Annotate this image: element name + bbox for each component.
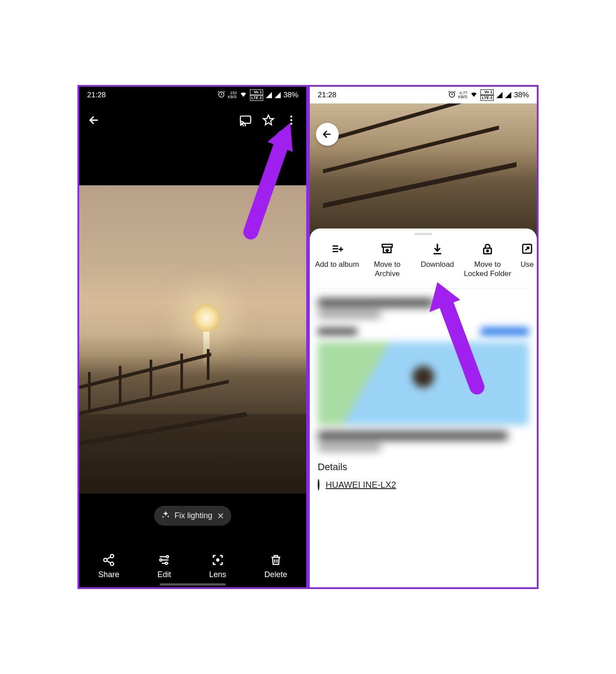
back-button[interactable] [316,123,339,146]
device-info-row[interactable]: HUAWEI INE-LX2 [318,480,529,490]
signal-1-icon [266,92,272,98]
svg-point-5 [290,123,293,125]
lens-button[interactable]: Lens [209,553,226,579]
home-indicator [160,583,226,586]
delete-button[interactable]: Delete [264,553,287,579]
svg-point-6 [110,555,114,558]
screenshot-left: 21:28 233KB/S Vo 1 LTE 2 38% [77,85,308,589]
date-caption-blurred [318,298,529,318]
location-map-blurred[interactable] [318,342,529,425]
add-to-album-button[interactable]: Add to album [313,242,361,279]
move-to-archive-button[interactable]: Move to Archive [363,242,411,279]
close-icon[interactable]: ✕ [217,511,224,521]
back-arrow-icon[interactable] [88,114,100,126]
drag-handle[interactable] [414,233,432,235]
svg-point-12 [216,558,220,562]
fix-lighting-chip[interactable]: Fix lighting ✕ [154,506,231,526]
wifi-icon [239,90,247,100]
status-time: 21:28 [318,91,337,99]
status-net-speed: 233KB/S [228,91,237,99]
divider [318,288,529,289]
photo-viewer-appbar [79,103,306,137]
alarm-icon [448,90,456,100]
svg-point-11 [165,562,168,564]
status-net-speed: 0.77KB/S [458,91,468,99]
screenshot-right: 21:28 0.77KB/S Vo 1 LTE 2 38% [308,85,539,589]
device-model: HUAWEI INE-LX2 [326,480,396,490]
status-battery: 38% [514,91,529,99]
sparkle-icon [161,510,170,521]
svg-point-8 [110,562,114,566]
move-to-locked-folder-button[interactable]: Move to Locked Folder [464,242,511,279]
location-header-blurred [318,328,529,335]
photo-bottom-actions: Share Edit Lens Delete [79,553,306,579]
svg-point-2 [240,124,241,125]
status-time: 21:28 [87,91,106,99]
bottom-sheet: Add to album Move to Archive Download Mo… [310,228,537,587]
status-bar: 21:28 0.77KB/S Vo 1 LTE 2 38% [310,87,537,103]
location-text-blurred [318,431,529,451]
signal-1-icon [496,92,502,98]
svg-point-4 [290,119,293,122]
status-battery: 38% [283,91,298,99]
cast-icon[interactable] [239,114,252,126]
sheet-actions-row: Add to album Move to Archive Download Mo… [310,238,537,288]
share-button[interactable]: Share [98,553,119,579]
aperture-icon [318,480,319,490]
use-as-button[interactable]: Use [514,242,537,279]
svg-point-7 [104,558,107,562]
wifi-icon [470,90,478,100]
photo-preview[interactable] [310,103,537,245]
overflow-menu-icon[interactable] [285,114,297,126]
svg-point-16 [487,250,488,252]
chip-label: Fix lighting [174,511,212,520]
signal-2-icon [275,92,281,98]
status-bar: 21:28 233KB/S Vo 1 LTE 2 38% [79,87,306,103]
svg-point-10 [160,559,162,561]
edit-button[interactable]: Edit [158,553,171,579]
signal-2-icon [505,92,511,98]
svg-point-9 [166,556,169,558]
svg-point-3 [290,116,293,118]
details-heading: Details [318,461,529,473]
photo-content[interactable] [79,185,306,494]
alarm-icon [217,90,225,100]
svg-rect-1 [240,116,250,123]
lte-badge: Vo 1 LTE 2 [250,89,263,101]
svg-rect-14 [382,244,392,247]
lte-badge: Vo 1 LTE 2 [480,89,494,101]
favorite-star-icon[interactable] [262,114,275,126]
download-button[interactable]: Download [414,242,461,279]
